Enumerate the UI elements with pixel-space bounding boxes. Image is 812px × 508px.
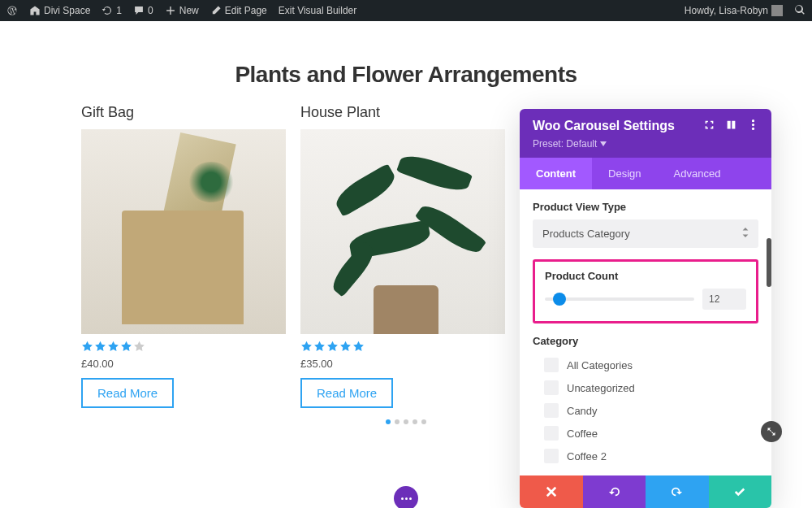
star-icon [326,341,339,353]
star-icon [120,341,132,353]
wp-logo[interactable] [6,5,18,16]
howdy-label: Howdy, Lisa-Robyn [685,5,768,16]
new-link[interactable]: New [165,5,199,16]
category-name: Coffee [567,428,598,440]
settings-panel: Woo Carousel Settings Preset: Default Co… [520,109,771,508]
preset-dropdown[interactable]: Preset: Default [533,138,758,150]
view-type-select[interactable]: Products Category [533,219,758,248]
panel-tabs: Content Design Advanced [520,158,771,189]
site-name: Divi Space [44,5,90,16]
category-row: Coffee 2 [533,445,758,467]
product-image[interactable]: CAPITOLA CALIFORNIA USA [81,129,286,334]
new-label: New [179,5,199,16]
product-card: House Plant £35.00 Read Mor [300,104,505,408]
cancel-button[interactable] [520,475,583,508]
product-image[interactable] [300,129,505,334]
refresh-link[interactable]: 1 [102,5,122,16]
select-arrows-icon [742,228,749,240]
category-row: All Categories [533,354,758,376]
comments-count: 0 [148,5,153,16]
star-empty-icon [133,341,145,353]
category-checkbox[interactable] [544,380,559,395]
builder-fab-button[interactable] [394,486,418,508]
category-checkbox[interactable] [544,426,559,441]
howdy-link[interactable]: Howdy, Lisa-Robyn [685,5,783,16]
undo-button[interactable] [583,475,646,508]
product-title: Gift Bag [81,104,286,121]
edit-page-label: Edit Page [225,5,267,16]
category-row: Uncategorized [533,376,758,399]
tab-content[interactable]: Content [520,158,592,189]
category-checkbox[interactable] [544,403,559,418]
product-count-section: Product Count [533,259,758,323]
category-list: All Categories Uncategorized Candy Coffe… [533,354,758,467]
star-icon [300,341,313,353]
read-more-button[interactable]: Read More [300,378,393,408]
tab-design[interactable]: Design [592,158,657,189]
save-button[interactable] [709,475,772,508]
category-name: Uncategorized [567,382,635,394]
bag-text: CAPITOLA CALIFORNIA USA [81,255,286,297]
wp-admin-bar: Divi Space 1 0 New Edit Page Exit Visual… [0,0,812,21]
avatar [771,5,783,16]
expand-button[interactable] [761,421,782,442]
star-icon [313,341,326,353]
svg-point-0 [752,119,754,122]
read-more-button[interactable]: Read More [81,378,174,408]
category-checkbox[interactable] [544,358,559,372]
star-icon [339,341,352,353]
star-icon [81,341,93,353]
product-price: £35.00 [300,358,505,370]
svg-point-1 [752,124,754,126]
rating-stars [300,341,505,353]
count-slider[interactable] [545,297,694,301]
star-icon [352,341,365,353]
panel-title: Woo Carousel Settings [533,119,675,133]
count-input[interactable] [702,289,746,310]
carousel-dot[interactable] [404,419,408,424]
columns-icon[interactable] [726,119,736,133]
category-row: Candy [533,399,758,422]
scrollbar[interactable] [767,238,771,287]
comments-link[interactable]: 0 [133,5,153,16]
refresh-count: 1 [116,5,122,16]
redo-button[interactable] [646,475,709,508]
carousel-dot[interactable] [395,419,400,424]
slider-thumb[interactable] [553,293,566,306]
product-title: House Plant [300,104,505,121]
category-name: All Categories [567,359,633,371]
category-name: Coffee 2 [567,450,607,462]
view-type-value: Products Category [542,228,630,240]
snap-icon[interactable] [704,119,715,133]
count-label: Product Count [545,270,746,282]
carousel-dot[interactable] [421,419,426,424]
star-icon [94,341,106,353]
product-card: Gift Bag CAPITOLA CALIFORNIA USA £40.00 … [81,104,286,408]
category-label: Category [533,335,758,347]
category-name: Candy [567,405,598,417]
carousel-dot[interactable] [412,419,417,424]
panel-footer [520,475,771,508]
svg-point-2 [752,128,754,130]
admin-search-icon[interactable] [794,4,806,18]
star-icon [107,341,119,353]
page-heading: Plants and Flower Arrangements [0,62,812,88]
category-checkbox[interactable] [544,449,559,463]
category-row: Coffee [533,422,758,445]
site-name-link[interactable]: Divi Space [29,5,90,16]
more-icon[interactable] [748,119,758,133]
view-type-label: Product View Type [533,201,758,213]
edit-page-link[interactable]: Edit Page [210,5,267,16]
exit-builder-link[interactable]: Exit Visual Builder [279,5,357,16]
carousel-dot[interactable] [386,419,391,424]
tab-advanced[interactable]: Advanced [658,158,737,189]
product-price: £40.00 [81,358,286,370]
exit-builder-label: Exit Visual Builder [279,5,357,16]
rating-stars [81,341,286,353]
